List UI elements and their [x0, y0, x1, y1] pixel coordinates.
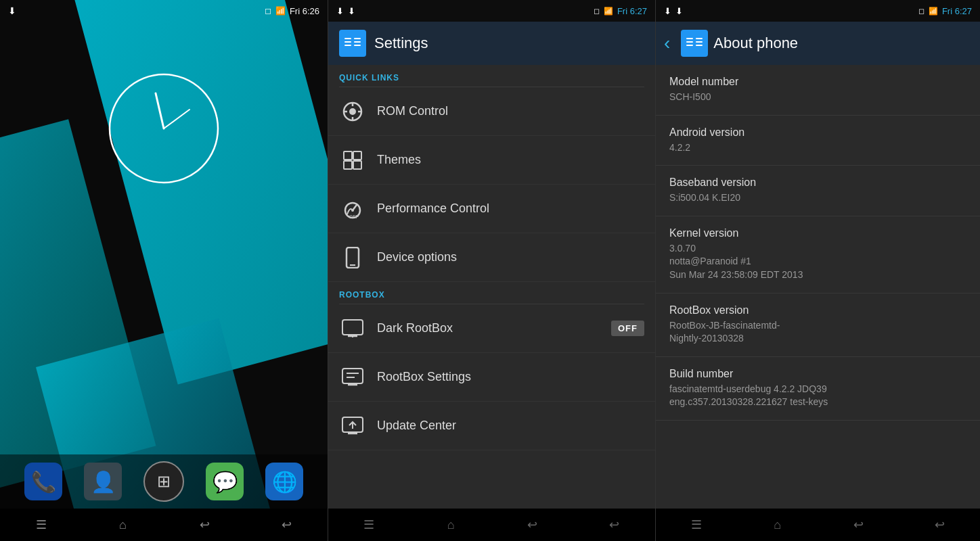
home-home-button[interactable]: ⌂: [107, 509, 139, 541]
app-drawer-dock-icon[interactable]: ⊞: [143, 461, 184, 502]
settings-status-left: ⬇ ⬇: [336, 6, 355, 16]
about-back2-nav-icon: ↩: [935, 517, 945, 532]
dark-rootbox-toggle[interactable]: OFF: [611, 321, 644, 336]
about-android-label: Android version: [669, 126, 966, 139]
settings-item-rootbox-settings[interactable]: RootBox Settings: [328, 353, 655, 402]
home-dock: 📞 👤 ⊞ 💬 🌐: [0, 454, 328, 509]
device-icon: [339, 244, 366, 271]
about-back-button[interactable]: ‹: [659, 27, 675, 60]
home-icon: ⌂: [119, 518, 127, 532]
about-android-version: Android version 4.2.2: [656, 116, 980, 166]
status-bar-left-icons: ⬇: [8, 5, 16, 16]
settings-item-device[interactable]: Device options: [328, 233, 655, 282]
settings-item-rom-control[interactable]: ROM Control: [328, 87, 655, 136]
about-app-icon: [681, 30, 708, 57]
about-baseband-version: Baseband version S:i500.04 K.EI20: [656, 166, 980, 216]
dark-rootbox-icon: [339, 315, 366, 342]
svg-rect-39: [696, 41, 703, 43]
about-back2-nav-button[interactable]: ↩: [923, 509, 956, 541]
about-nav-bar: ☰ ⌂ ↩ ↩: [656, 509, 980, 541]
messaging-dock-icon[interactable]: 💬: [206, 463, 244, 500]
rom-control-label: ROM Control: [377, 104, 644, 118]
settings-home-button[interactable]: ⌂: [435, 509, 467, 541]
about-android-value: 4.2.2: [669, 141, 966, 155]
svg-rect-7: [354, 41, 361, 43]
svg-rect-37: [686, 45, 693, 46]
about-status-left: ⬇ ⬇: [664, 6, 683, 16]
browser-dock-icon[interactable]: 🌐: [265, 463, 303, 500]
about-app-bar: ‹ About phone: [656, 22, 980, 65]
settings-sim-icon: ◻: [594, 7, 600, 16]
settings-time: Fri 6:27: [617, 6, 647, 16]
clock-widget: [103, 68, 225, 189]
settings-back2-button[interactable]: ↩: [598, 509, 631, 541]
settings-title: Settings: [374, 34, 428, 52]
svg-line-1: [156, 93, 164, 128]
about-download2-icon: ⬇: [675, 6, 683, 16]
settings-back2-icon: ↩: [609, 517, 619, 532]
settings-content: QUICK LINKS ROM Control: [328, 65, 655, 509]
settings-back-button[interactable]: ↩: [516, 509, 549, 541]
about-kernel-label: Kernel version: [669, 227, 966, 239]
svg-rect-3: [344, 38, 351, 39]
grid-icon: ⊞: [157, 472, 171, 491]
settings-home-icon: ⌂: [447, 518, 455, 532]
sim-icon: ◻: [265, 6, 271, 16]
themes-label: Themes: [377, 153, 644, 167]
phone-dock-icon[interactable]: 📞: [24, 463, 62, 500]
rootbox-settings-icon: [339, 364, 366, 391]
svg-rect-25: [342, 320, 363, 335]
settings-item-update-center[interactable]: Update Center: [328, 402, 655, 450]
contacts-icon: 👤: [91, 470, 116, 494]
menu-icon: ☰: [36, 517, 47, 532]
svg-point-10: [349, 108, 356, 115]
home-time: Fri 6:26: [290, 6, 319, 16]
back-icon: ↩: [200, 517, 210, 532]
settings-item-dark-rootbox[interactable]: Dark RootBox OFF: [328, 304, 655, 353]
settings-download-icon: ⬇: [336, 6, 344, 16]
settings-signal-icon: 📶: [604, 7, 613, 16]
settings-menu-button[interactable]: ☰: [353, 509, 385, 541]
svg-rect-6: [354, 38, 361, 39]
svg-text:OFF: OFF: [349, 214, 359, 219]
about-title: About phone: [713, 34, 798, 52]
performance-control-label: Performance Control: [377, 202, 644, 216]
home-back2-button[interactable]: ↩: [271, 509, 303, 541]
home-nav-bar: ☰ ⌂ ↩ ↩: [0, 509, 328, 541]
settings-item-performance[interactable]: OFF Performance Control: [328, 185, 655, 233]
update-center-label: Update Center: [377, 419, 644, 433]
rootbox-header: ROOTBOX: [328, 282, 655, 304]
about-menu-icon: ☰: [691, 517, 702, 532]
about-rootbox-label: RootBox version: [669, 304, 966, 316]
performance-icon: OFF: [339, 195, 366, 222]
message-icon: 💬: [213, 470, 238, 494]
back2-icon: ↩: [282, 517, 292, 532]
about-status-bar: ⬇ ⬇ ◻ 📶 Fri 6:27: [656, 0, 980, 22]
settings-back-icon: ↩: [527, 517, 537, 532]
about-sim-icon: ◻: [918, 7, 925, 16]
rootbox-settings-label: RootBox Settings: [377, 370, 644, 384]
about-time: Fri 6:27: [942, 6, 972, 16]
settings-panel: ⬇ ⬇ ◻ 📶 Fri 6:27 Settings QUICK LINKS: [328, 0, 655, 541]
home-menu-button[interactable]: ☰: [25, 509, 58, 541]
settings-status-bar: ⬇ ⬇ ◻ 📶 Fri 6:27: [328, 0, 655, 22]
download-icon: ⬇: [8, 5, 16, 16]
svg-rect-16: [353, 151, 361, 160]
about-build-value: fascinatemtd-userdebug 4.2.2 JDQ39 eng.c…: [669, 383, 966, 409]
about-home-button[interactable]: ⌂: [761, 509, 794, 541]
about-rootbox-value: RootBox-JB-fascinatemtd- Nightly-2013032…: [669, 319, 966, 346]
about-model-number: Model number SCH-I500: [656, 65, 980, 116]
home-screen: ⬇ ◻ 📶 Fri 6:26 📞 👤 ⊞ 💬: [0, 0, 328, 541]
about-menu-button[interactable]: ☰: [680, 509, 713, 541]
about-back-nav-icon: ↩: [853, 517, 864, 532]
svg-rect-40: [696, 45, 703, 46]
svg-rect-38: [696, 38, 703, 39]
contacts-dock-icon[interactable]: 👤: [84, 463, 122, 500]
about-back-nav-button[interactable]: ↩: [842, 509, 874, 541]
settings-item-themes[interactable]: Themes: [328, 136, 655, 185]
update-center-icon: [339, 413, 366, 440]
home-back-button[interactable]: ↩: [189, 509, 221, 541]
about-kernel-version: Kernel version 3.0.70 notta@Paranoid #1 …: [656, 216, 980, 293]
home-status-bar: ⬇ ◻ 📶 Fri 6:26: [0, 0, 328, 22]
settings-nav-bar: ☰ ⌂ ↩ ↩: [328, 509, 655, 541]
